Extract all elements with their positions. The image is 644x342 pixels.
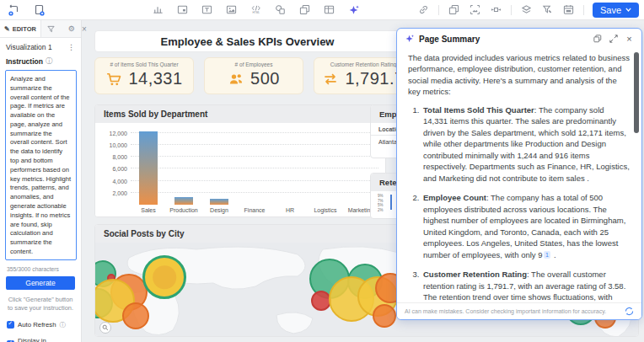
retention-mini-chart <box>390 195 392 210</box>
map-bubble[interactable] <box>142 255 186 299</box>
chart-icon[interactable] <box>152 3 164 16</box>
generate-button-label: Generate <box>25 279 55 287</box>
ai-disclaimer: AI can make mistakes. Consider checking … <box>405 308 606 314</box>
schedule-icon[interactable] <box>562 3 575 16</box>
popup-title: Page Summary <box>419 35 480 44</box>
snapshot-icon[interactable] <box>469 3 481 16</box>
info-icon: ⓘ <box>60 321 67 329</box>
tab-filter[interactable] <box>41 20 62 37</box>
kpi-card-items-sold[interactable]: # of Items Sold This Quarter 14,331 <box>94 57 194 94</box>
generate-hint-text: Click "Generate" button to save your ins… <box>5 296 76 313</box>
bar-plot: 2,0004,0006,0008,00010,00012,000SalesPro… <box>131 130 378 205</box>
funnel-icon <box>46 25 57 33</box>
link-icon[interactable] <box>417 3 430 16</box>
tab-settings[interactable]: ⚙ <box>62 20 82 37</box>
tab-editor[interactable]: ✎ EDITOR <box>0 20 41 37</box>
instruction-input[interactable]: Analyze and summarize the overall conten… <box>5 70 77 260</box>
citation-badge[interactable]: 1 <box>544 251 551 259</box>
visualization-label: Visualization 1 <box>6 43 52 51</box>
new-page-icon[interactable] <box>33 3 46 16</box>
toolbar-left-group <box>7 3 46 16</box>
popup-copy-icon[interactable] <box>593 35 602 44</box>
ai-assistant-icon[interactable] <box>347 3 360 16</box>
kpi-card-employees[interactable]: # of Employees 500 <box>204 57 303 94</box>
x-axis-label: Design <box>201 207 237 213</box>
top-toolbar: HTML <box>0 0 644 20</box>
people-icon <box>228 71 244 88</box>
popup-body: The data provided includes various metri… <box>397 51 641 302</box>
display-consumption-label: Display in Consumption <box>18 337 81 342</box>
bar-production[interactable] <box>174 197 193 205</box>
bar-slot: Sales <box>131 130 166 205</box>
filter-icon[interactable] <box>541 3 554 16</box>
map-bubble-inner <box>153 265 176 289</box>
bar-chart: 2,0004,0006,0008,00010,00012,000SalesPro… <box>95 123 385 217</box>
regenerate-icon[interactable] <box>625 307 634 316</box>
popup-close-icon[interactable]: × <box>625 35 634 44</box>
kpi-label: # of Employees <box>210 61 298 67</box>
auto-refresh-label: Auto Refresh <box>18 321 56 329</box>
map-bubble[interactable] <box>373 304 396 328</box>
popup-scrollbar-thumb[interactable] <box>634 52 639 133</box>
save-button[interactable]: Save <box>593 3 639 18</box>
pencil-icon: ✎ <box>4 25 10 33</box>
map-zoom-button[interactable] <box>99 322 111 334</box>
html-icon[interactable]: HTML <box>250 3 262 16</box>
card-icon[interactable] <box>176 3 189 16</box>
table-icon[interactable] <box>323 3 335 16</box>
info-icon: ⓘ <box>46 56 53 67</box>
summary-item: Employee Count: The company has a total … <box>421 192 630 260</box>
generate-button[interactable]: Generate <box>6 276 75 290</box>
toolbar-right-group: Save <box>417 3 639 18</box>
summary-intro: The data provided includes various metri… <box>408 52 630 98</box>
items-sold-panel[interactable]: Items Sold by Department 2,0004,0006,000… <box>94 104 386 217</box>
popup-header[interactable]: Page Summary × <box>397 29 641 49</box>
y-axis-tick: 4,000 <box>112 178 127 184</box>
resize-icon[interactable] <box>490 3 502 16</box>
text-icon[interactable] <box>201 3 213 16</box>
x-axis-label: Logistics <box>308 207 343 213</box>
kpi-value: 500 <box>250 69 280 88</box>
save-button-label: Save <box>600 5 621 15</box>
duplicate-icon[interactable] <box>298 3 311 16</box>
visualization-row: Visualization 1 ⋮ <box>0 38 81 54</box>
magnifier-icon <box>102 324 109 331</box>
y-axis-tick: 8,000 <box>112 154 127 160</box>
display-consumption-row: Display in Consumption <box>7 337 81 342</box>
layers-icon[interactable] <box>520 3 533 16</box>
image-icon[interactable] <box>225 3 238 16</box>
kpi-value: 14,331 <box>128 69 182 88</box>
x-axis-label: Sales <box>131 207 166 213</box>
toolbar-insert-group: HTML <box>152 3 360 16</box>
sidebar-tabs: ✎ EDITOR ⚙ × <box>0 20 81 38</box>
items-sold-panel-title: Items Sold by Department <box>95 105 385 123</box>
sidebar-close-icon[interactable]: × <box>82 20 87 37</box>
bar-design[interactable] <box>210 199 228 205</box>
gear-icon: ⚙ <box>66 24 78 33</box>
toolbar-separator <box>438 5 439 15</box>
auto-refresh-row: Auto Refresh ⓘ <box>7 321 81 329</box>
instruction-label: Instruction <box>6 57 43 66</box>
cart-icon <box>105 71 122 88</box>
summary-list: Total Items Sold This Quarter: The compa… <box>421 104 630 302</box>
kebab-menu-icon[interactable]: ⋮ <box>67 43 75 51</box>
svg-text:HTML: HTML <box>252 11 260 14</box>
page-summary-popup: Page Summary × The data provided include… <box>396 28 642 320</box>
map-bubble[interactable] <box>122 302 149 329</box>
dashboard-title: Employee & Sales KPIs Overview <box>94 30 400 52</box>
shape-icon[interactable] <box>274 3 287 16</box>
summary-item: Total Items Sold This Quarter: The compa… <box>421 104 630 184</box>
popup-expand-icon[interactable] <box>609 35 618 44</box>
copy-icon[interactable] <box>448 3 460 16</box>
bar-slot: Logistics <box>308 130 343 205</box>
y-axis-tick: 2,000 <box>112 190 127 195</box>
x-axis-label: Production <box>166 207 201 213</box>
bar-sales[interactable] <box>139 131 158 205</box>
char-count: 355/3000 characters <box>7 266 81 272</box>
instruction-header: Instruction ⓘ <box>0 54 81 70</box>
toolbar-separator <box>511 5 512 15</box>
auto-refresh-checkbox[interactable] <box>7 321 14 329</box>
new-dashboard-icon[interactable] <box>7 3 19 16</box>
retention-axis-labels: 9% 7% 5% 2% <box>378 194 384 213</box>
ai-sparkle-icon <box>405 34 415 44</box>
